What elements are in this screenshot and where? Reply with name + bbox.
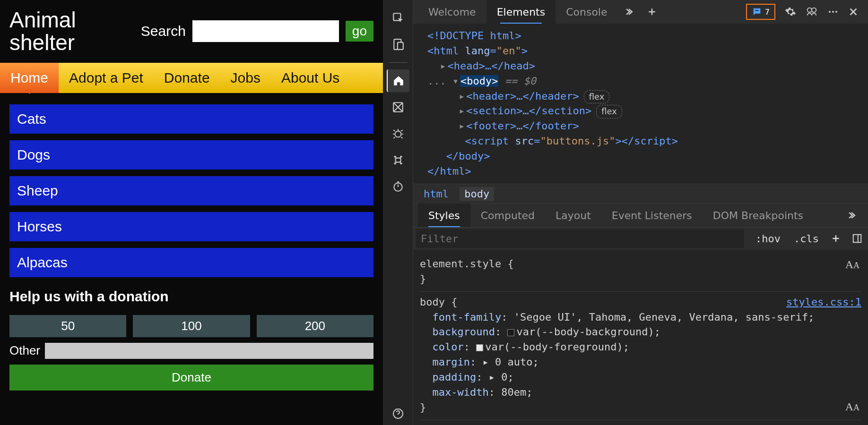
page-title: Animal shelter — [9, 8, 104, 54]
donate-button[interactable]: Donate — [9, 365, 373, 391]
nav-home[interactable]: Home — [0, 63, 59, 93]
accordion-sheep[interactable]: Sheep — [9, 176, 373, 205]
close-devtools-icon[interactable] — [848, 7, 859, 17]
tab-dom-breakpoints[interactable]: DOM Breakpoints — [703, 204, 814, 227]
dom-body-close[interactable]: </body> — [446, 150, 490, 162]
more-tabs-icon[interactable] — [618, 7, 641, 17]
dom-body-selected[interactable]: <body> — [460, 75, 498, 87]
tab-event-listeners[interactable]: Event Listeners — [601, 204, 703, 227]
network-tool-icon[interactable] — [387, 149, 409, 171]
flex-badge[interactable]: flex — [596, 105, 622, 118]
svg-point-9 — [812, 8, 816, 12]
dom-header[interactable]: <header>…</header> — [466, 90, 579, 102]
divider — [389, 62, 408, 63]
rule-element-style[interactable]: element.style { AA } — [420, 254, 861, 292]
dom-tree[interactable]: <!DOCTYPE html> <html lang="en"> ▸<head>… — [413, 24, 868, 184]
more-menu-icon[interactable] — [827, 6, 839, 17]
donate-50[interactable]: 50 — [9, 315, 126, 337]
nav-about[interactable]: About Us — [271, 63, 350, 93]
crumb-body[interactable]: body — [460, 187, 494, 201]
search-form: Search go — [141, 20, 373, 42]
elements-tool-icon[interactable] — [387, 69, 409, 92]
help-icon[interactable] — [387, 402, 409, 425]
devtools-tabs: Welcome Elements Console 7 — [413, 0, 868, 24]
dom-breadcrumb: html body — [413, 184, 868, 204]
expand-icon[interactable]: ▸ — [459, 89, 466, 104]
new-tab-icon[interactable] — [641, 7, 663, 17]
inspect-icon[interactable] — [387, 7, 409, 29]
color-swatch-icon[interactable] — [476, 344, 483, 351]
activity-bar — [383, 0, 413, 425]
svg-rect-7 — [755, 10, 758, 11]
user-agent-label: user agent stylesheet — [730, 423, 861, 425]
expand-icon[interactable]: ▸ — [459, 119, 466, 134]
styles-body[interactable]: element.style { AA } body { styles.css:1… — [413, 250, 868, 425]
donate-other-input[interactable] — [45, 343, 373, 359]
dom-section[interactable]: <section>…</section> — [466, 105, 591, 117]
svg-point-10 — [829, 11, 831, 13]
donate-100[interactable]: 100 — [133, 315, 250, 337]
debugger-tool-icon[interactable] — [387, 122, 409, 145]
tab-computed[interactable]: Computed — [470, 204, 545, 227]
donate-200[interactable]: 200 — [257, 315, 373, 337]
nav-jobs[interactable]: Jobs — [220, 63, 271, 93]
search-input[interactable] — [192, 20, 339, 42]
font-icon[interactable]: AA — [845, 399, 859, 415]
tab-welcome[interactable]: Welcome — [418, 0, 486, 24]
new-style-rule-icon[interactable] — [825, 234, 846, 243]
page-header: Animal shelter Search go — [0, 0, 383, 63]
svg-point-4 — [395, 131, 401, 137]
tab-layout[interactable]: Layout — [545, 204, 601, 227]
font-icon[interactable]: AA — [845, 256, 859, 273]
flex-badge[interactable]: flex — [584, 90, 610, 103]
collapse-icon[interactable]: ▾ — [452, 74, 460, 89]
styles-toolbar: :hov .cls — [413, 227, 868, 250]
search-label: Search — [141, 23, 186, 39]
accordion-horses[interactable]: Horses — [9, 212, 373, 241]
expand-icon[interactable]: ▸ — [459, 103, 466, 119]
issues-icon — [752, 7, 762, 17]
tab-elements[interactable]: Elements — [486, 0, 556, 24]
issues-badge[interactable]: 7 — [746, 4, 775, 20]
nav-adopt[interactable]: Adopt a Pet — [59, 63, 154, 93]
feedback-icon[interactable] — [806, 6, 818, 17]
main-nav: Home Adopt a Pet Donate Jobs About Us — [0, 63, 383, 93]
issues-count: 7 — [765, 8, 770, 17]
search-go-button[interactable]: go — [346, 21, 373, 42]
dom-html-open[interactable]: <html — [427, 45, 465, 57]
rule-user-agent[interactable]: body { user agent stylesheet — [420, 420, 861, 425]
dom-doctype[interactable]: <!DOCTYPE html> — [427, 30, 521, 42]
nav-donate[interactable]: Donate — [154, 63, 220, 93]
rule-body[interactable]: body { styles.css:1 font-family: 'Segoe … — [420, 292, 861, 420]
accordion-cats[interactable]: Cats — [9, 104, 373, 134]
dom-html-close[interactable]: </html> — [427, 165, 471, 177]
device-toggle-icon[interactable] — [387, 33, 409, 56]
accordion-dogs[interactable]: Dogs — [9, 140, 373, 170]
crumb-html[interactable]: html — [419, 187, 453, 201]
more-styles-tabs-icon[interactable] — [841, 211, 863, 220]
settings-icon[interactable] — [785, 6, 796, 17]
dom-script[interactable]: <script — [465, 135, 515, 147]
sources-tool-icon[interactable] — [387, 96, 409, 119]
dom-head[interactable]: <head>…</head> — [448, 60, 535, 72]
devtools: Welcome Elements Console 7 <!DOCTYPE htm… — [383, 0, 868, 425]
accordion-alpacas[interactable]: Alpacas — [9, 248, 373, 277]
performance-tool-icon[interactable] — [387, 175, 409, 198]
color-swatch-icon[interactable] — [507, 329, 514, 336]
dom-footer[interactable]: <footer>…</footer> — [466, 120, 579, 132]
dom-overflow: ... — [427, 75, 446, 87]
hov-toggle[interactable]: :hov — [749, 233, 787, 245]
styles-tabs: Styles Computed Layout Event Listeners D… — [413, 204, 868, 227]
donate-other-row: Other — [9, 343, 373, 359]
stylesheet-link[interactable]: styles.css:1 — [786, 295, 861, 310]
donate-section: Help us with a donation 50 100 200 Other… — [0, 282, 383, 397]
tab-styles[interactable]: Styles — [418, 204, 470, 227]
computed-sidebar-icon[interactable] — [846, 233, 868, 244]
styles-filter-input[interactable] — [416, 229, 744, 248]
donate-other-label: Other — [9, 343, 40, 358]
tab-console[interactable]: Console — [556, 0, 617, 24]
svg-point-8 — [807, 8, 812, 12]
accordion: Cats Dogs Sheep Horses Alpacas — [0, 93, 383, 282]
expand-icon[interactable]: ▸ — [440, 59, 448, 74]
cls-toggle[interactable]: .cls — [787, 233, 825, 245]
